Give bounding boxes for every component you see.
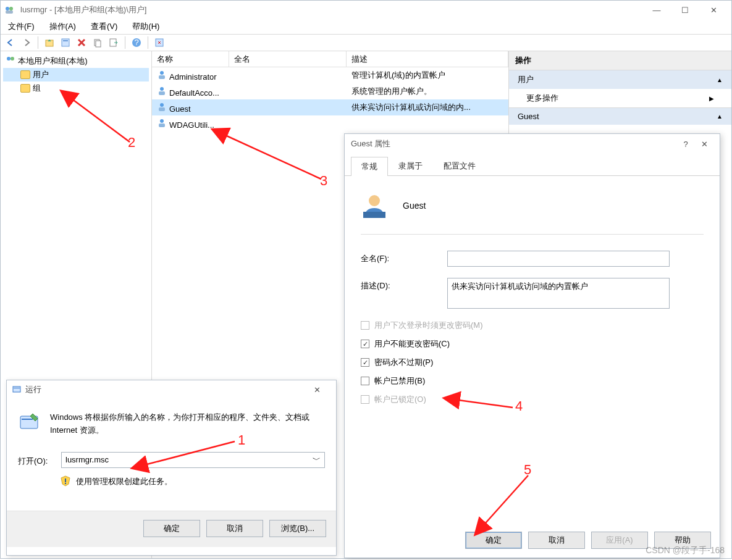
checkbox-icon: ✓: [361, 358, 369, 367]
export-icon[interactable]: [106, 35, 121, 50]
user-icon: [157, 86, 167, 96]
svg-point-13: [11, 57, 14, 61]
window-title: lusrmgr - [本地用户和组(本地)\用户]: [18, 4, 642, 15]
fullname-field[interactable]: [447, 251, 670, 267]
back-button[interactable]: [3, 35, 18, 50]
svg-rect-25: [22, 419, 33, 420]
run-open-value: lusrmgr.msc: [65, 455, 109, 464]
chevron-down-icon: ﹀: [313, 454, 321, 466]
desc-field[interactable]: 供来宾访问计算机或访问域的内置帐户: [447, 278, 670, 309]
tree-root-label: 本地用户和组(本地): [18, 56, 88, 67]
user-large-icon: [361, 192, 388, 219]
list-row-defaultaccount[interactable]: DefaultAcco... 系统管理的用户帐户。: [152, 83, 508, 99]
menu-help[interactable]: 帮助(H): [130, 20, 162, 33]
run-open-label: 打开(O):: [18, 453, 55, 467]
action-section-users[interactable]: 用户▲: [509, 70, 731, 89]
svg-point-14: [160, 71, 164, 75]
close-button[interactable]: ✕: [699, 1, 728, 19]
run-open-combobox[interactable]: lusrmgr.msc ﹀: [61, 452, 325, 468]
refresh-icon[interactable]: [152, 35, 167, 50]
annotation-3: 3: [320, 173, 327, 189]
svg-text:?: ?: [134, 38, 138, 47]
menu-action[interactable]: 操作(A): [47, 20, 78, 33]
annotation-4: 4: [515, 398, 523, 414]
fullname-label: 全名(F):: [361, 251, 441, 264]
svg-point-1: [9, 7, 13, 10]
menu-bar: 文件(F) 操作(A) 查看(V) 帮助(H): [1, 19, 731, 34]
col-header-desc[interactable]: 描述: [347, 51, 508, 67]
copy-icon[interactable]: [90, 35, 105, 50]
list-row-guest[interactable]: Guest 供来宾访问计算机或访问域的内...: [152, 99, 508, 115]
chk-cannot-change[interactable]: ✓ 用户不能更改密码(C): [361, 338, 704, 349]
action-pane-title: 操作: [509, 51, 731, 70]
chk-must-change: 用户下次登录时须更改密码(M): [361, 320, 704, 331]
chk-disabled[interactable]: 帐户已禁用(B): [361, 375, 704, 387]
col-header-name[interactable]: 名称: [152, 51, 229, 67]
tree-node-groups[interactable]: 组: [3, 81, 149, 95]
svg-rect-21: [159, 123, 165, 127]
tab-profile[interactable]: 配置文件: [433, 156, 486, 175]
action-more[interactable]: 更多操作▶: [509, 89, 731, 107]
prop-help-button[interactable]: ?: [676, 135, 695, 153]
run-shield-note: 使用管理权限创建此任务。: [76, 476, 172, 487]
action-section-guest[interactable]: Guest▲: [509, 107, 731, 125]
run-message: Windows 将根据你所输入的名称，为你打开相应的程序、文件夹、文档或 Int…: [50, 411, 325, 437]
tab-general[interactable]: 常规: [351, 157, 388, 176]
svg-point-0: [6, 7, 9, 10]
tree-root[interactable]: 本地用户和组(本地): [3, 54, 149, 68]
svg-rect-27: [65, 483, 66, 484]
prop-close-button[interactable]: ✕: [695, 135, 713, 153]
menu-file[interactable]: 文件(F): [6, 20, 37, 33]
prop-cancel-button[interactable]: 取消: [528, 532, 585, 549]
svg-rect-29: [363, 212, 385, 218]
toolbar: ?: [1, 34, 731, 51]
svg-rect-23: [14, 388, 20, 388]
user-icon: [157, 118, 167, 128]
prop-tabs: 常规 隶属于 配置文件: [345, 154, 720, 176]
up-icon[interactable]: [42, 35, 57, 50]
run-browse-button[interactable]: 浏览(B)...: [269, 520, 326, 537]
collapse-icon: ▲: [717, 113, 723, 120]
run-app-icon: [12, 384, 22, 396]
svg-rect-4: [62, 39, 69, 46]
run-ok-button[interactable]: 确定: [143, 520, 200, 537]
forward-button[interactable]: [19, 35, 34, 50]
svg-point-16: [160, 87, 164, 91]
properties-icon[interactable]: [58, 35, 73, 50]
delete-icon[interactable]: [74, 35, 89, 50]
chevron-right-icon: ▶: [709, 95, 714, 102]
user-icon: [157, 70, 167, 80]
maximize-button[interactable]: ☐: [671, 1, 699, 19]
help-icon[interactable]: ?: [129, 35, 144, 50]
tab-memberof[interactable]: 隶属于: [388, 156, 433, 175]
users-groups-icon: [6, 55, 15, 67]
prop-title: Guest 属性: [351, 138, 676, 149]
run-close-button[interactable]: ✕: [303, 380, 331, 399]
prop-ok-button[interactable]: 确定: [465, 532, 522, 549]
desc-label: 描述(D):: [361, 278, 441, 291]
svg-rect-22: [13, 387, 20, 392]
mmc-titlebar: lusrmgr - [本地用户和组(本地)\用户] — ☐ ✕: [1, 1, 731, 19]
col-header-fullname[interactable]: 全名: [229, 51, 347, 67]
minimize-button[interactable]: —: [642, 1, 671, 19]
tree-node-users[interactable]: 用户: [3, 68, 149, 81]
menu-view[interactable]: 查看(V): [88, 20, 120, 33]
shield-icon: [60, 475, 71, 488]
svg-rect-19: [159, 107, 165, 111]
annotation-5: 5: [524, 462, 531, 478]
svg-point-12: [7, 57, 11, 61]
svg-point-18: [160, 103, 164, 107]
annotation-2: 2: [128, 135, 135, 151]
chk-never-expire[interactable]: ✓ 密码永不过期(P): [361, 357, 704, 368]
svg-rect-26: [65, 479, 66, 482]
list-header: 名称 全名 描述: [152, 51, 508, 67]
app-icon: [4, 5, 14, 15]
list-row-administrator[interactable]: Administrator 管理计算机(域)的内置帐户: [152, 67, 508, 83]
folder-icon: [20, 70, 30, 79]
run-cancel-button[interactable]: 取消: [206, 520, 263, 537]
run-titlebar: 运行 ✕: [7, 380, 336, 399]
user-icon: [157, 102, 167, 112]
checkbox-icon: [361, 321, 369, 330]
list-row-wdagutility[interactable]: WDAGUtili...: [152, 115, 508, 132]
prop-apply-button[interactable]: 应用(A): [591, 532, 648, 549]
